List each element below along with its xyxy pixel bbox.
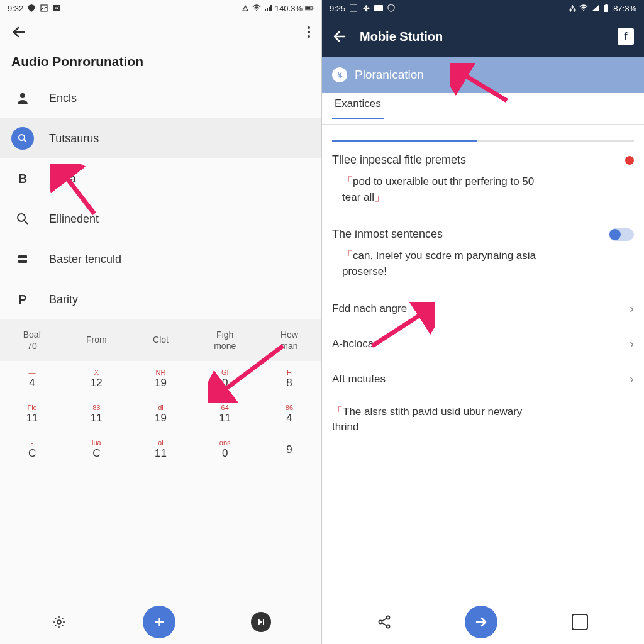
- left-header: [0, 16, 321, 48]
- table-column-header[interactable]: Fighmone: [193, 319, 257, 361]
- right-screen: 9:25 ✤ ⁂ 87:3% Mobie Stution f ↯ Plorani…: [322, 0, 644, 644]
- menu-label: Rada: [49, 172, 76, 186]
- sub-header-title: Ploranication: [355, 68, 424, 82]
- svg-point-14: [57, 620, 61, 624]
- section-1: Tllee inpescal fitle premets 「pod to uxe…: [332, 142, 634, 216]
- more-options-icon[interactable]: [308, 26, 310, 38]
- chart-icon: [52, 4, 61, 13]
- settings-label: Aft mctufes: [332, 373, 386, 386]
- menu-list: Encls Tutsaurus B Rada Ellinedent Baster…: [0, 78, 321, 319]
- shield-icon: [387, 4, 396, 13]
- header-title: Mobie Stution: [360, 30, 605, 44]
- settings-item[interactable]: Aft mctufes ›: [332, 362, 634, 397]
- status-bar-left: 9:32 140.3%: [0, 0, 321, 16]
- menu-label: Barity: [49, 293, 78, 306]
- page-title: Audio Ponrorunation: [0, 48, 321, 78]
- svg-rect-13: [18, 260, 27, 263]
- menu-item-barity[interactable]: P Barity: [0, 279, 321, 319]
- status-bar-right: 9:25 ✤ ⁂ 87:3%: [322, 0, 644, 16]
- battery-icon: [305, 4, 314, 13]
- table-header: Boaf70 From Clot Fighmone Hewman: [0, 319, 321, 361]
- app-icon: [349, 4, 358, 13]
- progress-fill: [332, 140, 477, 142]
- shield-icon: [27, 4, 36, 13]
- section-2: The inmost sentences 「can, Inelef you sc…: [332, 216, 634, 291]
- triangle-icon: [241, 4, 250, 13]
- svg-rect-15: [350, 4, 357, 12]
- bolt-icon: ↯: [332, 67, 347, 82]
- example-sentence: 「can, Inelef you scdre m parynaing asia …: [332, 241, 634, 279]
- svg-point-17: [583, 10, 584, 11]
- table-row: Flo11 8311 di19 6411 864: [0, 396, 321, 431]
- table-row: —4 X12 NR19 GI0 H8: [0, 361, 321, 396]
- signal-icon: [591, 4, 599, 13]
- settings-label: A-hcloca: [332, 338, 374, 350]
- svg-point-9: [20, 93, 25, 98]
- menu-label: Tutsaurus: [49, 132, 99, 145]
- club-icon: ✤: [362, 4, 370, 13]
- battery-icon: [602, 4, 611, 13]
- share-icon[interactable]: [378, 615, 391, 629]
- robot-icon[interactable]: [572, 614, 588, 630]
- menu-item-tutsaurus[interactable]: Tutsaurus: [0, 118, 321, 158]
- back-arrow-icon[interactable]: [332, 29, 347, 44]
- search-icon: [11, 127, 34, 150]
- menu-item-baster[interactable]: Baster tenculd: [0, 239, 321, 279]
- table-column-header[interactable]: Hewman: [257, 319, 321, 361]
- settings-item[interactable]: Fdd nach angre ›: [332, 291, 634, 326]
- status-time: 9:25: [330, 4, 345, 13]
- svg-point-11: [18, 214, 25, 221]
- svg-rect-19: [606, 4, 608, 5]
- right-content: Tllee inpescal fitle premets 「pod to uxe…: [322, 142, 644, 600]
- example-sentence: 「pod to uxeraible out thr perfering to 5…: [332, 167, 634, 205]
- settings-item[interactable]: A-hcloca ›: [332, 326, 634, 362]
- record-indicator-icon: [625, 156, 634, 165]
- wifi-icon: [579, 4, 588, 13]
- svg-rect-4: [306, 7, 310, 9]
- settings-icon[interactable]: [50, 613, 68, 631]
- section-title: Tllee inpescal fitle premets: [332, 153, 466, 167]
- chevron-right-icon: ›: [630, 301, 634, 316]
- battery-text: 87:3%: [613, 4, 636, 13]
- menu-item-ellinedent[interactable]: Ellinedent: [0, 199, 321, 239]
- section-title: The inmost sentences: [332, 228, 443, 241]
- sub-header[interactable]: ↯ Ploranication: [322, 57, 644, 93]
- next-fab[interactable]: [465, 606, 497, 638]
- footer-sentence: 「The alsrs stith pavid usid ubur newary …: [332, 397, 634, 435]
- facebook-icon[interactable]: f: [618, 28, 634, 45]
- toggle-switch[interactable]: [609, 228, 634, 241]
- table-column-header[interactable]: From: [64, 319, 128, 361]
- table-row: -C luaC al11 ons0 9: [0, 431, 321, 467]
- right-header: Mobie Stution f: [322, 16, 644, 57]
- svg-rect-0: [41, 5, 47, 11]
- svg-point-10: [19, 135, 25, 140]
- svg-rect-16: [374, 5, 383, 11]
- person-icon: [11, 87, 34, 109]
- menu-item-encls[interactable]: Encls: [0, 78, 321, 118]
- progress-bar: [332, 140, 634, 142]
- bt-icon: ⁂: [568, 4, 577, 13]
- list-icon: [11, 248, 34, 270]
- table-column-header[interactable]: Boaf70: [0, 319, 64, 361]
- back-arrow-icon[interactable]: [11, 25, 26, 40]
- tabs: Exantices: [322, 93, 644, 125]
- menu-label: Ellinedent: [49, 213, 99, 226]
- bottom-bar-right: [322, 600, 644, 644]
- left-screen: 9:32 140.3% Audio Ponrorunation Encls: [0, 0, 322, 644]
- svg-point-8: [308, 35, 310, 38]
- image-icon: [40, 4, 48, 13]
- card-icon: [374, 4, 383, 13]
- wifi-icon: [252, 4, 261, 13]
- bottom-bar-left: +: [0, 600, 321, 644]
- skip-next-icon[interactable]: [251, 612, 271, 632]
- menu-label: Baster tenculd: [49, 253, 121, 266]
- svg-point-7: [308, 31, 310, 33]
- svg-rect-5: [313, 8, 313, 9]
- tab-exantices[interactable]: Exantices: [332, 97, 384, 119]
- letter-b-icon: B: [11, 167, 34, 190]
- table-column-header[interactable]: Clot: [128, 319, 192, 361]
- add-fab[interactable]: +: [143, 606, 175, 638]
- data-table: Boaf70 From Clot Fighmone Hewman —4 X12 …: [0, 319, 321, 600]
- menu-item-rada[interactable]: B Rada: [0, 158, 321, 199]
- battery-text: 140.3%: [275, 4, 303, 13]
